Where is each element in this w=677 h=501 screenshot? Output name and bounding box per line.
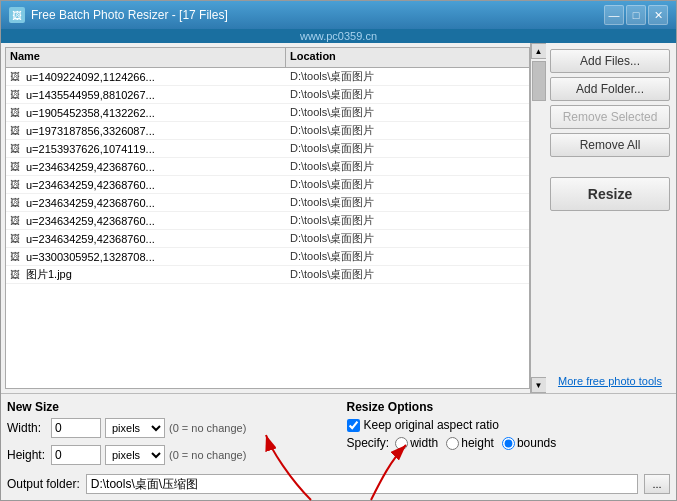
title-bar: 🖼 Free Batch Photo Resizer - [17 Files] … bbox=[1, 1, 676, 29]
table-row[interactable]: 🖼 u=1973187856,3326087... D:\tools\桌面图片 bbox=[6, 122, 529, 140]
height-input[interactable] bbox=[51, 445, 101, 465]
keep-aspect-label: Keep original aspect ratio bbox=[364, 418, 499, 432]
resize-options-title: Resize Options bbox=[347, 400, 671, 414]
output-input[interactable] bbox=[86, 474, 638, 494]
table-row[interactable]: 🖼 u=3300305952,1328708... D:\tools\桌面图片 bbox=[6, 248, 529, 266]
maximize-button[interactable]: □ bbox=[626, 5, 646, 25]
radio-width-label: width bbox=[410, 436, 438, 450]
table-row[interactable]: 🖼 图片1.jpg D:\tools\桌面图片 bbox=[6, 266, 529, 284]
file-name: u=234634259,42368760... bbox=[24, 233, 286, 245]
add-folder-button[interactable]: Add Folder... bbox=[550, 77, 670, 101]
main-window: 🖼 Free Batch Photo Resizer - [17 Files] … bbox=[0, 0, 677, 501]
scrollbar[interactable]: ▲ ▼ bbox=[530, 43, 546, 393]
table-row[interactable]: 🖼 u=1435544959,8810267... D:\tools\桌面图片 bbox=[6, 86, 529, 104]
file-name: u=234634259,42368760... bbox=[24, 179, 286, 191]
new-size-section: New Size Width: pixels (0 = no change) { bbox=[7, 400, 331, 468]
add-files-button[interactable]: Add Files... bbox=[550, 49, 670, 73]
table-row[interactable]: 🖼 u=234634259,42368760... D:\tools\桌面图片 bbox=[6, 230, 529, 248]
file-icon: 🖼 bbox=[6, 269, 24, 280]
file-name: u=234634259,42368760... bbox=[24, 215, 286, 227]
radio-bounds-label: bounds bbox=[517, 436, 556, 450]
file-list-header: Name Location bbox=[6, 48, 529, 68]
header-location: Location bbox=[286, 48, 529, 67]
minimize-button[interactable]: — bbox=[604, 5, 624, 25]
radio-bounds[interactable]: bounds bbox=[502, 436, 556, 450]
radio-height-label: height bbox=[461, 436, 494, 450]
file-icon: 🖼 bbox=[6, 179, 24, 190]
table-row[interactable]: 🖼 u=234634259,42368760... D:\tools\桌面图片 bbox=[6, 176, 529, 194]
bottom-panel: New Size Width: pixels (0 = no change) { bbox=[1, 393, 676, 500]
file-location: D:\tools\桌面图片 bbox=[286, 141, 529, 156]
watermark-text: www.pc0359.cn bbox=[300, 30, 377, 42]
width-input[interactable] bbox=[51, 418, 101, 438]
file-list-scroll[interactable]: 🖼 u=1409224092,1124266... D:\tools\桌面图片 … bbox=[6, 68, 529, 388]
radio-height[interactable]: height bbox=[446, 436, 494, 450]
radio-group: width height bounds bbox=[395, 436, 556, 450]
file-name: u=3300305952,1328708... bbox=[24, 251, 286, 263]
remove-all-button[interactable]: Remove All bbox=[550, 133, 670, 157]
height-row: Height: pixels (0 = no change) bbox=[7, 445, 331, 465]
file-icon: 🖼 bbox=[6, 251, 24, 262]
scroll-down[interactable]: ▼ bbox=[531, 377, 547, 393]
table-row[interactable]: 🖼 u=234634259,42368760... D:\tools\桌面图片 bbox=[6, 212, 529, 230]
watermark-bar: www.pc0359.cn bbox=[1, 29, 676, 43]
output-label: Output folder: bbox=[7, 477, 80, 491]
title-bar-left: 🖼 Free Batch Photo Resizer - [17 Files] bbox=[9, 7, 228, 23]
file-location: D:\tools\桌面图片 bbox=[286, 123, 529, 138]
keep-aspect-row: Keep original aspect ratio bbox=[347, 418, 671, 432]
table-row[interactable]: 🖼 u=234634259,42368760... D:\tools\桌面图片 bbox=[6, 158, 529, 176]
right-panel: Add Files... Add Folder... Remove Select… bbox=[546, 43, 676, 393]
window-controls: — □ ✕ bbox=[604, 5, 668, 25]
file-icon: 🖼 bbox=[6, 233, 24, 244]
table-row[interactable]: 🖼 u=2153937626,1074119... D:\tools\桌面图片 bbox=[6, 140, 529, 158]
height-unit-select[interactable]: pixels bbox=[105, 445, 165, 465]
file-icon: 🖼 bbox=[6, 107, 24, 118]
app-icon: 🖼 bbox=[9, 7, 25, 23]
options-row: New Size Width: pixels (0 = no change) { bbox=[7, 400, 670, 468]
file-name: u=1435544959,8810267... bbox=[24, 89, 286, 101]
width-unit-select[interactable]: pixels bbox=[105, 418, 165, 438]
height-note: (0 = no change) bbox=[169, 449, 246, 461]
file-name: u=1409224092,1124266... bbox=[24, 71, 286, 83]
new-size-title: New Size bbox=[7, 400, 331, 414]
file-list-wrapper: Name Location 🖼 u=1409224092,1124266... … bbox=[1, 43, 546, 393]
width-note: (0 = no change) bbox=[169, 422, 246, 434]
width-label: Width: bbox=[7, 421, 47, 435]
radio-bounds-input[interactable] bbox=[502, 437, 515, 450]
radio-width[interactable]: width bbox=[395, 436, 438, 450]
radio-width-input[interactable] bbox=[395, 437, 408, 450]
table-row[interactable]: 🖼 u=1409224092,1124266... D:\tools\桌面图片 bbox=[6, 68, 529, 86]
width-row: Width: pixels (0 = no change) bbox=[7, 418, 331, 438]
height-label: Height: bbox=[7, 448, 47, 462]
remove-selected-button[interactable]: Remove Selected bbox=[550, 105, 670, 129]
file-icon: 🖼 bbox=[6, 161, 24, 172]
file-name: 图片1.jpg bbox=[24, 267, 286, 282]
file-location: D:\tools\桌面图片 bbox=[286, 213, 529, 228]
file-location: D:\tools\桌面图片 bbox=[286, 177, 529, 192]
scroll-thumb[interactable] bbox=[532, 61, 546, 101]
table-row[interactable]: 🖼 u=234634259,42368760... D:\tools\桌面图片 bbox=[6, 194, 529, 212]
file-icon: 🖼 bbox=[6, 143, 24, 154]
file-location: D:\tools\桌面图片 bbox=[286, 105, 529, 120]
file-location: D:\tools\桌面图片 bbox=[286, 267, 529, 282]
header-name: Name bbox=[6, 48, 286, 67]
resize-button[interactable]: Resize bbox=[550, 177, 670, 211]
table-row[interactable]: 🖼 u=1905452358,4132262... D:\tools\桌面图片 bbox=[6, 104, 529, 122]
file-location: D:\tools\桌面图片 bbox=[286, 69, 529, 84]
file-location: D:\tools\桌面图片 bbox=[286, 159, 529, 174]
file-icon: 🖼 bbox=[6, 71, 24, 82]
radio-height-input[interactable] bbox=[446, 437, 459, 450]
file-list-area: Name Location 🖼 u=1409224092,1124266... … bbox=[5, 47, 530, 389]
file-name: u=2153937626,1074119... bbox=[24, 143, 286, 155]
more-tools-link[interactable]: More free photo tools bbox=[550, 375, 670, 387]
keep-aspect-checkbox[interactable] bbox=[347, 419, 360, 432]
file-icon: 🖼 bbox=[6, 197, 24, 208]
file-name: u=1973187856,3326087... bbox=[24, 125, 286, 137]
scroll-up[interactable]: ▲ bbox=[531, 43, 547, 59]
specify-label: Specify: bbox=[347, 436, 390, 450]
file-name: u=234634259,42368760... bbox=[24, 197, 286, 209]
browse-button[interactable]: ... bbox=[644, 474, 670, 494]
file-location: D:\tools\桌面图片 bbox=[286, 87, 529, 102]
close-button[interactable]: ✕ bbox=[648, 5, 668, 25]
file-icon: 🖼 bbox=[6, 125, 24, 136]
